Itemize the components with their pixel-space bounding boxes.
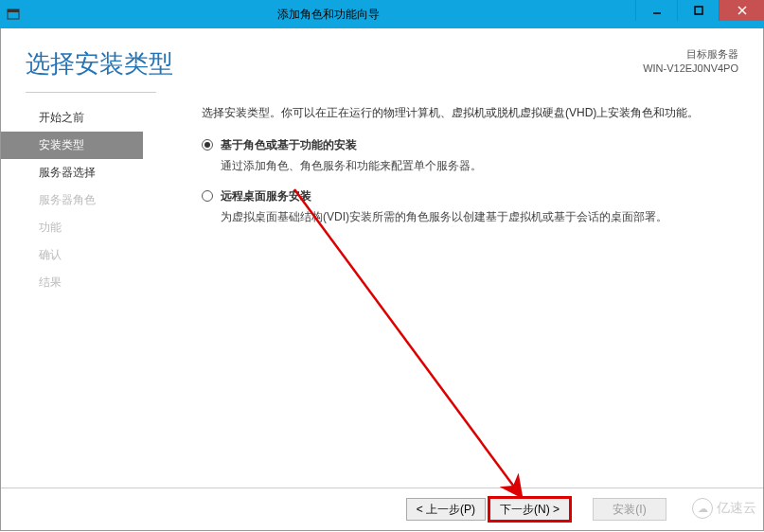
sidebar-item-features: 功能 bbox=[39, 214, 190, 241]
window-body: 选择安装类型 目标服务器 WIN-V12EJ0NV4PO 开始之前 安装类型 服… bbox=[0, 28, 764, 531]
sidebar-item-before-you-begin[interactable]: 开始之前 bbox=[39, 104, 190, 132]
sidebar-item-server-roles: 服务器角色 bbox=[39, 186, 190, 214]
page-title: 选择安装类型 bbox=[26, 47, 173, 80]
app-icon bbox=[6, 7, 21, 22]
close-button[interactable] bbox=[719, 0, 764, 21]
target-server: 目标服务器 WIN-V12EJ0NV4PO bbox=[643, 47, 738, 77]
next-button[interactable]: 下一步(N) > bbox=[489, 498, 570, 521]
option-remote-desktop-title: 远程桌面服务安装 bbox=[221, 188, 311, 204]
sidebar-item-confirmation: 确认 bbox=[39, 241, 190, 269]
minimize-button[interactable] bbox=[635, 0, 677, 21]
svg-rect-3 bbox=[695, 7, 702, 14]
option-role-based-title: 基于角色或基于功能的安装 bbox=[221, 137, 357, 153]
intro-text: 选择安装类型。你可以在正在运行的物理计算机、虚拟机或脱机虚拟硬盘(VHD)上安装… bbox=[202, 104, 737, 122]
maximize-button[interactable] bbox=[677, 0, 719, 21]
install-button: 安装(I) bbox=[593, 498, 666, 521]
window-controls bbox=[635, 0, 764, 28]
sidebar-item-installation-type[interactable]: 安装类型 bbox=[1, 132, 143, 159]
target-server-name: WIN-V12EJ0NV4PO bbox=[643, 62, 738, 76]
sidebar-item-server-selection[interactable]: 服务器选择 bbox=[39, 159, 190, 186]
option-remote-desktop-desc: 为虚拟桌面基础结构(VDI)安装所需的角色服务以创建基于虚拟机或基于会话的桌面部… bbox=[221, 208, 737, 226]
content: 开始之前 安装类型 服务器选择 服务器角色 功能 确认 结果 选择安装类型。你可… bbox=[1, 93, 763, 488]
sidebar-item-results: 结果 bbox=[39, 269, 190, 296]
header: 选择安装类型 目标服务器 WIN-V12EJ0NV4PO bbox=[1, 28, 763, 92]
option-role-based[interactable]: 基于角色或基于功能的安装 通过添加角色、角色服务和功能来配置单个服务器。 bbox=[202, 137, 737, 175]
previous-button[interactable]: < 上一步(P) bbox=[406, 498, 486, 521]
main-panel: 选择安装类型。你可以在正在运行的物理计算机、虚拟机或脱机虚拟硬盘(VHD)上安装… bbox=[190, 98, 763, 488]
window-title: 添加角色和功能向导 bbox=[21, 7, 635, 23]
wizard-sidebar: 开始之前 安装类型 服务器选择 服务器角色 功能 确认 结果 bbox=[1, 98, 190, 488]
option-remote-desktop[interactable]: 远程桌面服务安装 为虚拟桌面基础结构(VDI)安装所需的角色服务以创建基于虚拟机… bbox=[202, 188, 737, 226]
wizard-footer: < 上一步(P) 下一步(N) > 安装(I) 取消 bbox=[1, 488, 763, 530]
option-role-based-desc: 通过添加角色、角色服务和功能来配置单个服务器。 bbox=[221, 157, 737, 175]
radio-role-based[interactable] bbox=[202, 139, 213, 151]
target-server-label: 目标服务器 bbox=[643, 47, 738, 62]
svg-rect-1 bbox=[8, 9, 19, 12]
spacer bbox=[574, 498, 589, 521]
radio-remote-desktop[interactable] bbox=[202, 190, 213, 202]
titlebar: 添加角色和功能向导 bbox=[0, 0, 764, 28]
